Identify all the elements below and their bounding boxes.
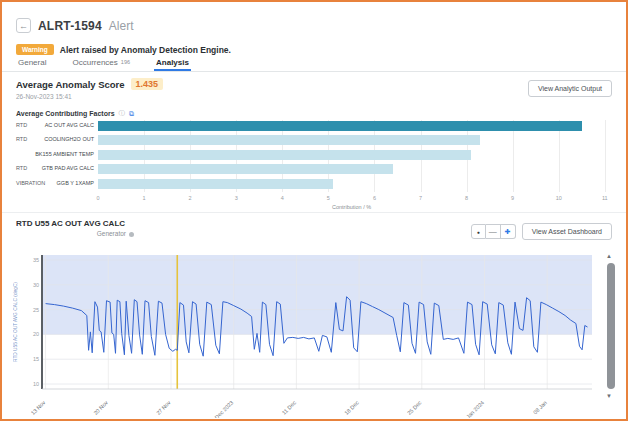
line-mode-button[interactable]: — — [486, 224, 501, 239]
page-header: ← ALRT-1594 Alert — [16, 18, 134, 33]
scroll-down-arrow[interactable]: ▼ — [606, 393, 612, 399]
tab-analysis[interactable]: Analysis — [154, 56, 191, 71]
factor-bar[interactable] — [98, 164, 393, 174]
factor-label: RTDCOOLINGH2O OUT — [16, 136, 94, 142]
plus-icon: ✚ — [505, 228, 511, 236]
expand-icon[interactable]: ⧉ — [129, 110, 134, 118]
view-asset-dashboard-button[interactable]: View Asset Dashboard — [522, 223, 612, 240]
factor-group: VIBRATION — [16, 180, 45, 186]
info-icon[interactable]: ⓘ — [119, 109, 126, 118]
factor-bar[interactable] — [98, 121, 582, 131]
signal-time-series-chart[interactable]: 10152025303513 Nov20 Nov27 Nov04 Dec 202… — [16, 248, 616, 418]
y-tick-label: 35 — [33, 257, 39, 263]
warning-row: Warning Alert raised by Anomaly Detectio… — [16, 44, 231, 55]
y-tick-label: 15 — [33, 356, 39, 362]
chart-mode-button-group: ● — ✚ — [471, 224, 516, 239]
factor-name: BK155 AMBIENT TEMP — [16, 151, 94, 157]
alert-id: ALRT-1594 — [38, 19, 102, 33]
bar-x-tick: 4 — [281, 195, 284, 201]
bar-x-tick: 3 — [235, 195, 238, 201]
y-tick-label: 20 — [33, 331, 39, 337]
dash-icon: — — [489, 227, 497, 236]
score-section: Average Anomaly Score 1.435 26-Nov-2023 … — [16, 78, 163, 100]
factor-name: COOLINGH2O OUT — [27, 136, 94, 142]
legend-dot-icon — [129, 232, 134, 237]
factor-row: VIBRATIONGGB Y 1XAMP — [16, 178, 616, 190]
pan-zoom-button[interactable]: ✚ — [501, 224, 516, 239]
bar-x-tick: 2 — [189, 195, 192, 201]
dot-icon: ● — [477, 229, 480, 235]
factor-bar[interactable] — [98, 179, 333, 189]
bar-x-tick: 9 — [511, 195, 514, 201]
factor-label: RTDGTB PAD AVG CALC — [16, 165, 94, 171]
tab-occurrences[interactable]: Occurrences196 — [70, 56, 132, 71]
score-label: Average Anomaly Score — [16, 79, 125, 90]
factor-group: RTD — [16, 165, 27, 171]
alert-type-label: Alert — [109, 19, 134, 33]
factor-label: RTDAC OUT AVG CALC — [16, 122, 94, 128]
contributing-factors-bar-chart[interactable]: RTDAC OUT AVG CALCRTDCOOLINGH2O OUTBK155… — [16, 120, 616, 212]
score-value-badge: 1.435 — [131, 78, 164, 90]
factor-name: GTB PAD AVG CALC — [27, 165, 94, 171]
back-arrow-icon: ← — [19, 21, 28, 31]
factor-group: RTD — [16, 136, 27, 142]
tab-label: General — [18, 58, 46, 67]
x-tick-label: 18 Dec — [343, 399, 360, 416]
factor-row: RTDAC OUT AVG CALC — [16, 120, 616, 132]
bar-x-tick: 7 — [419, 195, 422, 201]
section-divider — [2, 212, 626, 213]
y-tick-label: 30 — [33, 282, 39, 288]
signal-legend-label: Generator — [97, 230, 126, 237]
factors-title: Average Contributing Factors — [16, 110, 115, 117]
factor-row: RTDGTB PAD AVG CALC — [16, 163, 616, 175]
view-analytic-output-button[interactable]: View Analytic Output — [528, 80, 612, 97]
signal-title: RTD U55 AC OUT AVG CALC — [16, 219, 125, 228]
y-tick-label: 25 — [33, 307, 39, 313]
signal-toolbar: ● — ✚ View Asset Dashboard — [471, 223, 612, 240]
x-tick-label: 25 Dec — [406, 399, 423, 416]
bar-x-tick: 0 — [96, 195, 99, 201]
score-timestamp: 26-Nov-2023 15:41 — [16, 93, 163, 100]
warning-badge: Warning — [16, 44, 54, 55]
bar-x-tick: 6 — [373, 195, 376, 201]
y-tick-label: 10 — [33, 381, 39, 387]
bar-x-tick: 1 — [143, 195, 146, 201]
back-button[interactable]: ← — [16, 18, 31, 33]
tabs: GeneralOccurrences196Analysis — [2, 56, 626, 72]
x-tick-label: 04 Dec 2023 — [208, 399, 234, 418]
warning-message: Alert raised by Anomaly Detection Engine… — [60, 45, 231, 55]
factor-bar[interactable] — [98, 150, 471, 160]
tab-general[interactable]: General — [16, 56, 48, 71]
threshold-band — [42, 255, 592, 334]
signal-legend: Generator — [16, 230, 134, 237]
factor-row: RTDCOOLINGH2O OUT — [16, 134, 616, 146]
scrollbar-thumb[interactable] — [607, 263, 615, 389]
bar-x-tick: 8 — [465, 195, 468, 201]
bar-x-tick: 10 — [556, 195, 562, 201]
bar-x-tick: 5 — [327, 195, 330, 201]
x-tick-label: 27 Nov — [155, 399, 172, 416]
factor-name: AC OUT AVG CALC — [27, 122, 94, 128]
factor-name: GGB Y 1XAMP — [45, 180, 94, 186]
tab-label: Analysis — [156, 58, 189, 67]
bar-x-axis-label: Contribution / % — [332, 204, 371, 210]
x-tick-label: 13 Nov — [30, 399, 47, 416]
factor-row: BK155 AMBIENT TEMP — [16, 149, 616, 161]
x-tick-label: 08 Jan — [532, 399, 548, 415]
factor-bar[interactable] — [98, 135, 480, 145]
x-tick-label: 11 Dec — [281, 399, 297, 415]
factor-label: BK155 AMBIENT TEMP — [16, 151, 94, 157]
bar-x-tick: 11 — [602, 195, 608, 201]
factor-label: VIBRATIONGGB Y 1XAMP — [16, 180, 94, 186]
tab-count-badge: 196 — [121, 59, 130, 65]
factors-header: Average Contributing Factors ⓘ ⧉ — [16, 109, 134, 118]
factor-group: RTD — [16, 122, 27, 128]
scroll-up-arrow[interactable]: ▲ — [606, 253, 612, 259]
tab-label: Occurrences — [72, 58, 117, 67]
x-tick-label: 01 Jan 2024 — [460, 399, 486, 418]
point-mode-button[interactable]: ● — [471, 224, 486, 239]
x-tick-label: 20 Nov — [92, 399, 109, 416]
alert-detail-page: ← ALRT-1594 Alert Warning Alert raised b… — [0, 0, 628, 421]
